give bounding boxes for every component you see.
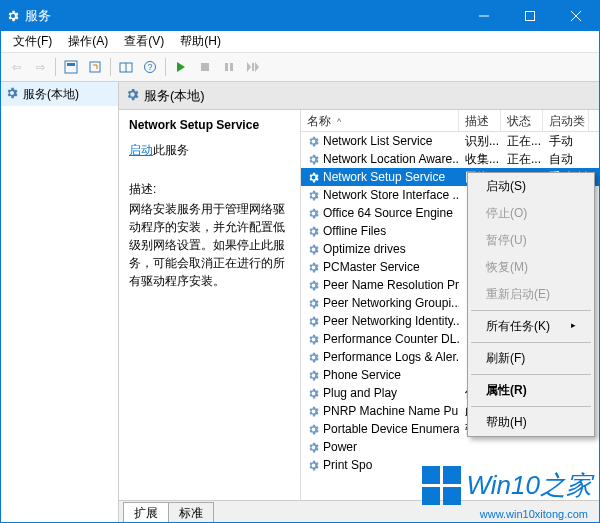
gear-icon — [307, 369, 320, 382]
service-name: Network Store Interface ... — [323, 188, 459, 202]
service-details-pane: Network Setup Service 启动此服务 描述: 网络安装服务用于… — [119, 110, 301, 500]
window-title: 服务 — [25, 7, 461, 25]
svg-rect-12 — [201, 63, 209, 71]
service-row[interactable]: Network List Service识别...正在...手动 — [301, 132, 599, 150]
cm-pause[interactable]: 暂停(U) — [468, 227, 594, 254]
tab-standard[interactable]: 标准 — [168, 502, 214, 522]
play-button[interactable] — [170, 56, 192, 78]
properties-button[interactable] — [60, 56, 82, 78]
start-service-line: 启动此服务 — [129, 142, 290, 159]
help-button[interactable]: ? — [139, 56, 161, 78]
service-name: Offline Files — [323, 224, 386, 238]
tree-root-node[interactable]: 服务(本地) — [1, 82, 118, 106]
service-name: Performance Logs & Aler... — [323, 350, 459, 364]
service-name: Print Spo — [323, 458, 372, 472]
cm-properties[interactable]: 属性(R) — [468, 377, 594, 404]
tree-pane[interactable]: 服务(本地) — [1, 82, 119, 522]
cm-stop[interactable]: 停止(O) — [468, 200, 594, 227]
titlebar[interactable]: 服务 — [1, 1, 599, 31]
gear-icon — [1, 9, 25, 23]
svg-rect-4 — [65, 61, 77, 73]
restart-button[interactable] — [242, 56, 264, 78]
gear-icon — [307, 279, 320, 292]
service-name: Office 64 Source Engine — [323, 206, 453, 220]
gear-icon — [307, 261, 320, 274]
toolbar: ⇦ ⇨ ? — [1, 53, 599, 82]
cm-start[interactable]: 启动(S) — [468, 173, 594, 200]
menu-file[interactable]: 文件(F) — [5, 31, 60, 52]
svg-marker-11 — [177, 62, 185, 72]
svg-rect-16 — [252, 63, 254, 71]
gear-icon — [307, 387, 320, 400]
service-status: 正在... — [501, 133, 543, 150]
gear-icon — [307, 189, 320, 202]
svg-rect-1 — [526, 12, 535, 21]
menu-action[interactable]: 操作(A) — [60, 31, 116, 52]
menubar: 文件(F) 操作(A) 查看(V) 帮助(H) — [1, 31, 599, 53]
forward-button[interactable]: ⇨ — [29, 56, 51, 78]
service-desc: 识别... — [459, 133, 501, 150]
menu-help[interactable]: 帮助(H) — [172, 31, 229, 52]
watermark-text: Win10之家 — [467, 468, 592, 503]
tab-extended[interactable]: 扩展 — [123, 502, 169, 522]
gear-icon — [307, 297, 320, 310]
service-name: Network Setup Service — [323, 170, 445, 184]
gear-icon — [307, 225, 320, 238]
cm-refresh[interactable]: 刷新(F) — [468, 345, 594, 372]
cm-all-tasks[interactable]: 所有任务(K) — [468, 313, 594, 340]
service-row[interactable]: Network Location Aware...收集...正在...自动 — [301, 150, 599, 168]
gear-icon — [307, 153, 320, 166]
gear-icon — [307, 243, 320, 256]
selected-service-name: Network Setup Service — [129, 118, 290, 132]
description-text: 网络安装服务用于管理网络驱动程序的安装，并允许配置低级别网络设置。如果停止此服务… — [129, 200, 290, 290]
watermark-url: www.win10xitong.com — [480, 508, 588, 520]
service-name: Plug and Play — [323, 386, 397, 400]
gear-icon — [307, 171, 320, 184]
svg-rect-13 — [225, 63, 228, 71]
service-name: PCMaster Service — [323, 260, 420, 274]
service-name: Power — [323, 440, 357, 454]
maximize-button[interactable] — [507, 1, 553, 31]
service-name: Peer Name Resolution Pr... — [323, 278, 459, 292]
col-status[interactable]: 状态 — [501, 110, 543, 131]
service-name: Phone Service — [323, 368, 401, 382]
cm-resume[interactable]: 恢复(M) — [468, 254, 594, 281]
minimize-button[interactable] — [461, 1, 507, 31]
cm-restart[interactable]: 重新启动(E) — [468, 281, 594, 308]
service-startup: 手动 — [543, 133, 589, 150]
service-name: Performance Counter DL... — [323, 332, 459, 346]
gear-icon — [5, 86, 19, 103]
start-link[interactable]: 启动 — [129, 143, 153, 157]
service-status: 正在... — [501, 151, 543, 168]
gear-icon — [307, 135, 320, 148]
cm-help[interactable]: 帮助(H) — [468, 409, 594, 436]
svg-marker-15 — [247, 62, 251, 72]
svg-marker-17 — [255, 62, 259, 72]
svg-rect-6 — [90, 62, 100, 72]
back-button[interactable]: ⇦ — [5, 56, 27, 78]
svg-rect-14 — [230, 63, 233, 71]
stop-button[interactable] — [194, 56, 216, 78]
gear-icon — [307, 423, 320, 436]
right-header: 服务(本地) — [119, 82, 599, 110]
col-desc[interactable]: 描述 — [459, 110, 501, 131]
close-button[interactable] — [553, 1, 599, 31]
service-startup: 自动 — [543, 151, 589, 168]
export-button[interactable] — [84, 56, 106, 78]
service-name: Peer Networking Groupi... — [323, 296, 459, 310]
column-headers: 名称 描述 状态 启动类 — [301, 110, 599, 132]
context-menu: 启动(S) 停止(O) 暂停(U) 恢复(M) 重新启动(E) 所有任务(K) … — [467, 172, 595, 437]
svg-rect-5 — [67, 63, 75, 66]
gear-icon — [307, 351, 320, 364]
gear-icon — [307, 405, 320, 418]
col-startup[interactable]: 启动类 — [543, 110, 589, 131]
right-header-label: 服务(本地) — [144, 87, 205, 105]
menu-view[interactable]: 查看(V) — [116, 31, 172, 52]
service-name: Peer Networking Identity... — [323, 314, 459, 328]
refresh-button[interactable] — [115, 56, 137, 78]
service-row[interactable]: Power — [301, 438, 599, 456]
gear-icon — [307, 315, 320, 328]
svg-text:?: ? — [147, 62, 152, 72]
pause-button[interactable] — [218, 56, 240, 78]
col-name[interactable]: 名称 — [301, 110, 459, 131]
